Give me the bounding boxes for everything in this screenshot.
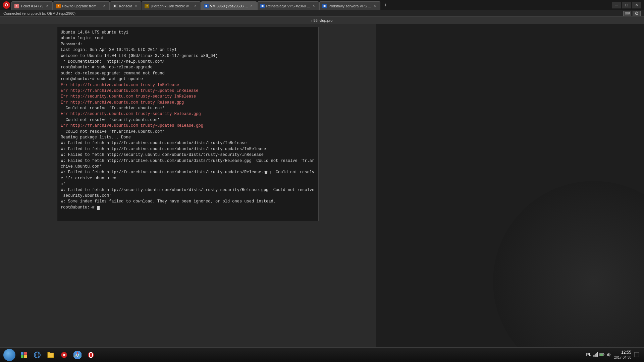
terminal-line-24: W: Failed to fetch http://fr.archive.ubu… (61, 140, 315, 146)
tab-vm-close[interactable]: × (249, 4, 254, 8)
tab-ticket-close[interactable]: × (45, 4, 50, 8)
minimize-button[interactable]: ─ (612, 2, 621, 8)
tab-podstawy[interactable]: ▣Podstawy serwera VPS ...× (319, 1, 380, 10)
tab-vm[interactable]: ▣VM 3960 ('vps2960') ...× (201, 1, 257, 10)
tab-vm-label: VM 3960 ('vps2960') ... (210, 4, 248, 8)
tab-reinstal-close[interactable]: × (311, 4, 316, 8)
tab-poradnik[interactable]: ●[Poradnik] Jak zrobic w...× (142, 1, 201, 10)
terminal-line-15: Err http://security.ubuntu.com trusty-se… (61, 94, 315, 100)
tray-area: PL (586, 352, 611, 357)
terminal-line-9: sudo: do-release-upgrade: command not fo… (61, 71, 315, 76)
terminal-line-19: Err http://security.ubuntu.com trusty-se… (61, 111, 315, 117)
terminal-wrapper: Ubuntu 14.04 LTS ubuntu tty1ubuntu login… (0, 24, 376, 349)
language-indicator: PL (586, 352, 591, 357)
terminal-line-10: root@ubuntu:~# sudo apt-get update (61, 76, 315, 82)
vnc-keyboard-button[interactable]: ⌨ (623, 11, 631, 16)
titlebar: O ●Ticket #14779×●How to upgrade from ..… (0, 0, 644, 10)
tab-podstawy-close[interactable]: × (373, 4, 377, 8)
terminal-line-11: Err http://fr.archive.ubuntu.com trusty … (61, 82, 315, 88)
taskbar-chrome-icon[interactable] (71, 349, 84, 361)
terminal-line-20: Could not resolve 'security.ubuntu.com' (61, 117, 315, 123)
right-panel (376, 24, 644, 349)
tab-podstawy-label: Podstawy serwera VPS ... (328, 4, 371, 8)
terminal-line-28: W: Failed to fetch http://security.ubunt… (61, 152, 315, 158)
titlebar-left: O ●Ticket #14779×●How to upgrade from ..… (3, 0, 390, 10)
taskbar-left (2, 349, 97, 361)
opera-logo-icon[interactable]: O (3, 1, 10, 9)
tabs-container: ●Ticket #14779×●How to upgrade from ...×… (11, 0, 380, 10)
svg-rect-1 (24, 352, 27, 355)
clock-date: 2017-04-30 (614, 355, 631, 360)
svg-rect-23 (604, 354, 604, 355)
svg-point-16 (89, 352, 93, 358)
terminal-line-13: Err http://fr.archive.ubuntu.com trusty-… (61, 88, 315, 94)
tab-konsola-label: Konsola (119, 4, 132, 8)
vnc-status-text: Connected (encrypted) to: QEMU (vps2960) (3, 11, 75, 15)
tab-reinstal[interactable]: ▣Reinstalacja VPS #2960 ...× (257, 1, 319, 10)
decorative-circle (493, 181, 644, 349)
network-tray-icon (593, 352, 598, 357)
terminal-cursor (97, 206, 100, 210)
vnc-buttons: ⌨ ⏻ (623, 11, 641, 16)
clock-time: 12:55 (614, 350, 631, 355)
start-button[interactable] (2, 349, 17, 361)
terminal-line-32: W: Failed to fetch http://fr.archive.ubu… (61, 170, 315, 187)
svg-rect-18 (594, 355, 595, 357)
tab-reinstal-label: Reinstalacja VPS #2960 ... (266, 4, 310, 8)
address-url[interactable]: n56.lvlup.pro (312, 18, 333, 22)
tab-howto-favicon: ● (56, 4, 61, 8)
terminal-line-8: root@ubuntu:~# sudo do-release-upgrade (61, 65, 315, 70)
terminal-line-4: Last login: Sun Apr 30 10:41:45 UTC 2017… (61, 47, 315, 53)
taskbar-right: PL 12:55 2017-04-30 (586, 350, 642, 360)
tab-howto-close[interactable]: × (102, 4, 107, 8)
svg-rect-2 (21, 355, 23, 358)
terminal-line-5: Welcome to Ubuntu 14.04 LTS (GNU/Linux 3… (61, 53, 315, 59)
tab-ticket-label: Ticket #14779 (20, 4, 44, 8)
tab-howto[interactable]: ●How to upgrade from ...× (53, 1, 110, 10)
addressbar: n56.lvlup.pro (0, 17, 644, 24)
tab-podstawy-favicon: ▣ (322, 4, 327, 8)
terminal-line-3: Password: (61, 42, 315, 47)
show-desktop-icon[interactable] (634, 352, 639, 357)
terminal-line-2: ubuntu login: root (61, 36, 315, 41)
svg-rect-20 (596, 353, 597, 357)
terminal-line-22: Could not resolve 'fr.archive.ubuntu.com… (61, 129, 315, 135)
svg-point-11 (76, 354, 78, 356)
terminal-line-36: W: Some index files failed to download. … (61, 199, 315, 204)
tab-poradnik-close[interactable]: × (193, 4, 198, 8)
terminal-line-17: Err http://fr.archive.ubuntu.com trusty … (61, 100, 315, 106)
terminal-line-37: root@ubuntu:~# (61, 205, 315, 210)
tab-konsola-favicon: ▶ (113, 4, 118, 8)
volume-tray-icon (606, 352, 611, 357)
tab-poradnik-label: [Poradnik] Jak zrobic w... (151, 4, 192, 8)
terminal-line-23: Reading package lists... Done (61, 135, 315, 140)
tab-konsola[interactable]: ▶Konsola× (110, 1, 142, 10)
terminal-line-18: Could not resolve 'fr.archive.ubuntu.com… (61, 106, 315, 111)
tab-reinstal-favicon: ▣ (260, 4, 265, 8)
tab-ticket-favicon: ● (14, 4, 19, 8)
taskbar-ie-icon[interactable] (31, 349, 44, 361)
terminal-line-21: Err http://fr.archive.ubuntu.com trusty-… (61, 123, 315, 129)
maximize-button[interactable]: □ (622, 2, 631, 8)
tab-vm-favicon: ▣ (204, 4, 209, 8)
system-clock[interactable]: 12:55 2017-04-30 (614, 350, 631, 360)
taskbar-filemanager-icon[interactable] (44, 349, 57, 361)
terminal-line-26: W: Failed to fetch http://fr.archive.ubu… (61, 146, 315, 152)
tab-howto-label: How to upgrade from ... (62, 4, 101, 8)
terminal-line-34: W: Failed to fetch http://security.ubunt… (61, 187, 315, 199)
close-button[interactable]: ✕ (632, 2, 641, 8)
window-controls: ─ □ ✕ (612, 2, 641, 8)
tab-konsola-close[interactable]: × (133, 4, 138, 8)
battery-tray-icon (599, 352, 605, 357)
taskbar-opera-icon[interactable] (85, 349, 97, 361)
terminal[interactable]: Ubuntu 14.04 LTS ubuntu tty1ubuntu login… (57, 27, 319, 221)
terminal-line-30: W: Failed to fetch http://fr.archive.ubu… (61, 158, 315, 170)
taskbar-mediaplayer-icon[interactable] (58, 349, 70, 361)
tab-ticket[interactable]: ●Ticket #14779× (11, 1, 53, 10)
vnc-power-button[interactable]: ⏻ (633, 11, 641, 16)
tab-poradnik-favicon: ● (145, 4, 149, 8)
taskbar-explorer-icon[interactable] (17, 349, 30, 361)
svg-marker-25 (607, 353, 609, 357)
new-tab-button[interactable]: + (382, 1, 390, 9)
svg-rect-19 (595, 354, 596, 357)
